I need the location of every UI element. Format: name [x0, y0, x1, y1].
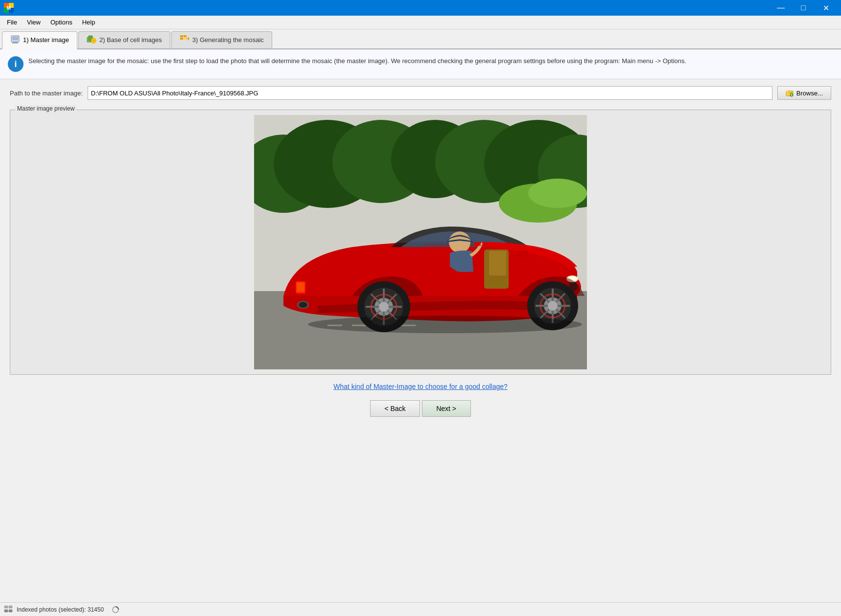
- collage-link[interactable]: What kind of Master-Image to choose for …: [10, 383, 831, 390]
- next-button[interactable]: Next >: [422, 400, 471, 417]
- svg-rect-63: [4, 610, 8, 612]
- browse-button[interactable]: Browse...: [777, 86, 831, 100]
- tab-master-label: 1) Master image: [23, 36, 69, 44]
- browse-label: Browse...: [796, 90, 823, 97]
- svg-rect-8: [12, 43, 18, 44]
- svg-rect-14: [180, 38, 183, 40]
- svg-point-49: [379, 302, 389, 312]
- minimize-button[interactable]: —: [770, 0, 792, 16]
- path-label: Path to the master image:: [10, 90, 83, 97]
- status-icon: [4, 605, 13, 614]
- status-bar: Indexed photos (selected): 31450: [0, 602, 841, 616]
- menu-view[interactable]: View: [22, 17, 46, 28]
- info-icon: i: [8, 56, 23, 72]
- path-input[interactable]: [88, 86, 772, 100]
- preview-inner: [15, 115, 826, 369]
- menu-help[interactable]: Help: [77, 17, 100, 28]
- master-image-tab-icon: [10, 35, 20, 45]
- svg-rect-6: [12, 37, 18, 40]
- cell-images-tab-icon: [87, 35, 96, 45]
- title-bar-controls: — □ ✕: [770, 0, 837, 16]
- svg-rect-61: [4, 606, 8, 608]
- svg-point-28: [528, 179, 587, 208]
- app-icon: M: [4, 3, 14, 13]
- status-spinner: [112, 606, 119, 614]
- close-button[interactable]: ✕: [815, 0, 837, 16]
- title-bar-left: M: [4, 3, 17, 13]
- preview-label: Master image preview: [15, 105, 76, 112]
- preview-box: Master image preview: [10, 110, 831, 375]
- tab-cell-images[interactable]: 2) Base of cell images: [78, 31, 170, 48]
- tab-master-image[interactable]: 1) Master image: [2, 31, 77, 49]
- tab-generating[interactable]: 3) Generating the mosaic: [171, 31, 272, 48]
- menu-options[interactable]: Options: [46, 17, 77, 28]
- svg-point-53: [449, 231, 470, 253]
- tab-generating-label: 3) Generating the mosaic: [192, 36, 264, 44]
- menu-file[interactable]: File: [2, 17, 22, 28]
- content-area: Path to the master image: Browse... Mast…: [0, 79, 841, 424]
- svg-rect-64: [9, 610, 12, 612]
- info-text: Selecting the master image for the mosai…: [28, 56, 686, 66]
- status-text: Indexed photos (selected): 31450: [17, 606, 104, 613]
- svg-rect-7: [13, 42, 17, 43]
- svg-rect-55: [489, 251, 506, 275]
- svg-rect-15: [184, 38, 187, 40]
- tab-bar: 1) Master image 2) Base of cell images 3…: [0, 29, 841, 49]
- car-preview-image: [254, 115, 587, 369]
- svg-rect-17: [786, 91, 789, 92]
- path-row: Path to the master image: Browse...: [10, 86, 831, 100]
- svg-text:M: M: [7, 5, 11, 11]
- generating-tab-icon: [180, 35, 189, 45]
- title-bar: M — □ ✕: [0, 0, 841, 16]
- info-bar: i Selecting the master image for the mos…: [0, 49, 841, 79]
- button-row: < Back Next >: [10, 400, 831, 417]
- svg-point-57: [299, 302, 307, 308]
- svg-rect-62: [9, 606, 12, 608]
- browse-icon: [786, 89, 794, 97]
- svg-rect-59: [297, 282, 304, 292]
- maximize-button[interactable]: □: [792, 0, 815, 16]
- tab-cell-label: 2) Base of cell images: [99, 36, 162, 44]
- svg-rect-13: [184, 35, 187, 37]
- back-button[interactable]: < Back: [370, 400, 420, 417]
- menu-bar: File View Options Help: [0, 16, 841, 29]
- svg-point-41: [548, 301, 558, 311]
- svg-point-60: [308, 316, 582, 333]
- svg-rect-12: [180, 35, 183, 37]
